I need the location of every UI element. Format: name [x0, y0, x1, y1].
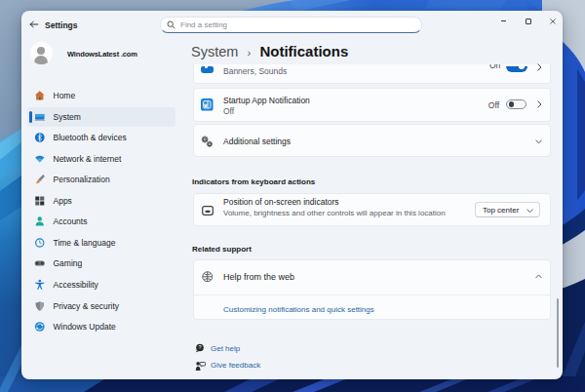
svg-text:?: ? [198, 344, 201, 350]
